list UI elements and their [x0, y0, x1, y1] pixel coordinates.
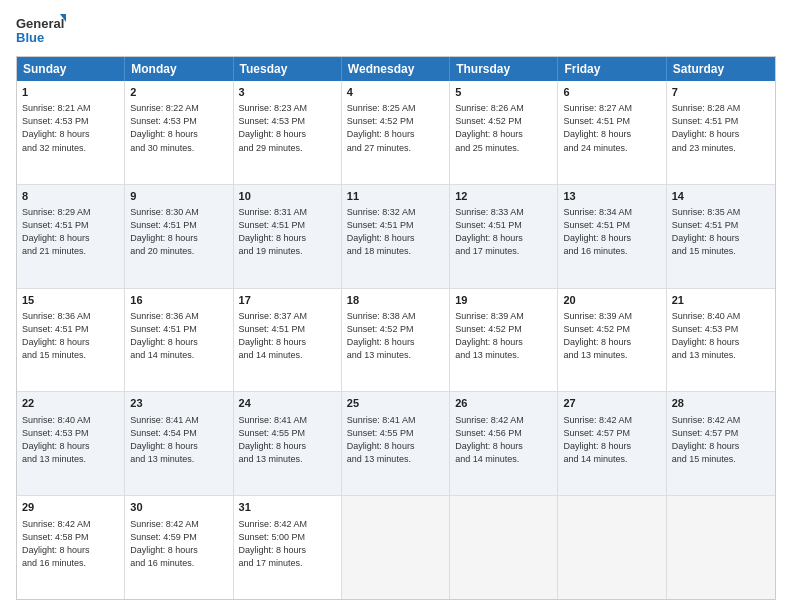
cell-info-line: and 13 minutes. [347, 349, 444, 362]
cell-info-line: Sunset: 4:59 PM [130, 531, 227, 544]
header-day-sunday: Sunday [17, 57, 125, 81]
day-cell-19: 19Sunrise: 8:39 AMSunset: 4:52 PMDayligh… [450, 289, 558, 392]
cell-info-line: Daylight: 8 hours [672, 232, 770, 245]
cell-info-line: Sunset: 4:53 PM [239, 115, 336, 128]
day-cell-28: 28Sunrise: 8:42 AMSunset: 4:57 PMDayligh… [667, 392, 775, 495]
cell-info-line: Sunrise: 8:42 AM [130, 518, 227, 531]
day-number: 25 [347, 396, 444, 411]
calendar-header: SundayMondayTuesdayWednesdayThursdayFrid… [17, 57, 775, 81]
cell-info-line: Sunrise: 8:23 AM [239, 102, 336, 115]
day-cell-3: 3Sunrise: 8:23 AMSunset: 4:53 PMDaylight… [234, 81, 342, 184]
cell-info-line: Sunrise: 8:39 AM [563, 310, 660, 323]
day-cell-18: 18Sunrise: 8:38 AMSunset: 4:52 PMDayligh… [342, 289, 450, 392]
day-cell-29: 29Sunrise: 8:42 AMSunset: 4:58 PMDayligh… [17, 496, 125, 599]
cell-info-line: and 13 minutes. [239, 453, 336, 466]
cell-info-line: Daylight: 8 hours [22, 128, 119, 141]
cell-info-line: Daylight: 8 hours [239, 232, 336, 245]
day-number: 31 [239, 500, 336, 515]
day-cell-21: 21Sunrise: 8:40 AMSunset: 4:53 PMDayligh… [667, 289, 775, 392]
day-cell-9: 9Sunrise: 8:30 AMSunset: 4:51 PMDaylight… [125, 185, 233, 288]
cell-info-line: and 27 minutes. [347, 142, 444, 155]
cell-info-line: Daylight: 8 hours [347, 440, 444, 453]
cell-info-line: Sunrise: 8:39 AM [455, 310, 552, 323]
header-day-friday: Friday [558, 57, 666, 81]
svg-text:Blue: Blue [16, 30, 44, 45]
cell-info-line: Sunset: 4:51 PM [130, 219, 227, 232]
day-number: 6 [563, 85, 660, 100]
cell-info-line: Sunrise: 8:30 AM [130, 206, 227, 219]
cell-info-line: Sunrise: 8:40 AM [672, 310, 770, 323]
cell-info-line: and 29 minutes. [239, 142, 336, 155]
cell-info-line: and 15 minutes. [22, 349, 119, 362]
cell-info-line: Daylight: 8 hours [672, 128, 770, 141]
cell-info-line: Daylight: 8 hours [347, 128, 444, 141]
cell-info-line: Sunrise: 8:34 AM [563, 206, 660, 219]
cell-info-line: Daylight: 8 hours [455, 232, 552, 245]
cell-info-line: Sunrise: 8:41 AM [347, 414, 444, 427]
day-number: 22 [22, 396, 119, 411]
cell-info-line: and 19 minutes. [239, 245, 336, 258]
day-number: 28 [672, 396, 770, 411]
cell-info-line: Daylight: 8 hours [455, 128, 552, 141]
day-number: 9 [130, 189, 227, 204]
cell-info-line: Daylight: 8 hours [347, 232, 444, 245]
day-cell-14: 14Sunrise: 8:35 AMSunset: 4:51 PMDayligh… [667, 185, 775, 288]
day-cell-8: 8Sunrise: 8:29 AMSunset: 4:51 PMDaylight… [17, 185, 125, 288]
cell-info-line: Daylight: 8 hours [130, 544, 227, 557]
day-cell-7: 7Sunrise: 8:28 AMSunset: 4:51 PMDaylight… [667, 81, 775, 184]
cell-info-line: Daylight: 8 hours [455, 440, 552, 453]
day-cell-1: 1Sunrise: 8:21 AMSunset: 4:53 PMDaylight… [17, 81, 125, 184]
day-cell-27: 27Sunrise: 8:42 AMSunset: 4:57 PMDayligh… [558, 392, 666, 495]
cell-info-line: Daylight: 8 hours [130, 440, 227, 453]
cell-info-line: Sunset: 4:51 PM [22, 323, 119, 336]
cell-info-line: Daylight: 8 hours [563, 440, 660, 453]
cell-info-line: and 30 minutes. [130, 142, 227, 155]
day-number: 8 [22, 189, 119, 204]
cell-info-line: Sunset: 4:51 PM [455, 219, 552, 232]
cell-info-line: Sunset: 4:52 PM [455, 115, 552, 128]
cell-info-line: and 20 minutes. [130, 245, 227, 258]
cell-info-line: and 13 minutes. [455, 349, 552, 362]
cell-info-line: Sunrise: 8:40 AM [22, 414, 119, 427]
cell-info-line: Sunrise: 8:29 AM [22, 206, 119, 219]
cell-info-line: Sunset: 4:52 PM [563, 323, 660, 336]
cell-info-line: Sunrise: 8:21 AM [22, 102, 119, 115]
cell-info-line: Daylight: 8 hours [672, 336, 770, 349]
cell-info-line: Daylight: 8 hours [22, 232, 119, 245]
cell-info-line: Sunset: 4:52 PM [347, 323, 444, 336]
cell-info-line: Sunrise: 8:42 AM [239, 518, 336, 531]
cell-info-line: and 14 minutes. [239, 349, 336, 362]
cell-info-line: and 17 minutes. [239, 557, 336, 570]
cell-info-line: Daylight: 8 hours [239, 336, 336, 349]
cell-info-line: Sunset: 4:51 PM [563, 115, 660, 128]
calendar-row-1: 1Sunrise: 8:21 AMSunset: 4:53 PMDaylight… [17, 81, 775, 184]
cell-info-line: Daylight: 8 hours [563, 232, 660, 245]
header-day-wednesday: Wednesday [342, 57, 450, 81]
cell-info-line: Sunrise: 8:42 AM [672, 414, 770, 427]
cell-info-line: Sunrise: 8:26 AM [455, 102, 552, 115]
calendar-row-2: 8Sunrise: 8:29 AMSunset: 4:51 PMDaylight… [17, 184, 775, 288]
cell-info-line: and 13 minutes. [347, 453, 444, 466]
day-cell-20: 20Sunrise: 8:39 AMSunset: 4:52 PMDayligh… [558, 289, 666, 392]
day-number: 13 [563, 189, 660, 204]
cell-info-line: Sunset: 4:57 PM [672, 427, 770, 440]
page: General Blue SundayMondayTuesdayWednesda… [0, 0, 792, 612]
cell-info-line: Sunset: 4:51 PM [239, 323, 336, 336]
cell-info-line: and 14 minutes. [455, 453, 552, 466]
day-number: 5 [455, 85, 552, 100]
calendar-body: 1Sunrise: 8:21 AMSunset: 4:53 PMDaylight… [17, 81, 775, 599]
header-day-tuesday: Tuesday [234, 57, 342, 81]
cell-info-line: Sunset: 4:51 PM [239, 219, 336, 232]
day-cell-31: 31Sunrise: 8:42 AMSunset: 5:00 PMDayligh… [234, 496, 342, 599]
cell-info-line: Sunrise: 8:22 AM [130, 102, 227, 115]
cell-info-line: Sunset: 4:53 PM [672, 323, 770, 336]
cell-info-line: and 15 minutes. [672, 245, 770, 258]
cell-info-line: Sunset: 4:51 PM [22, 219, 119, 232]
cell-info-line: Sunrise: 8:25 AM [347, 102, 444, 115]
cell-info-line: and 17 minutes. [455, 245, 552, 258]
cell-info-line: Daylight: 8 hours [563, 336, 660, 349]
cell-info-line: Sunset: 4:58 PM [22, 531, 119, 544]
cell-info-line: Sunset: 4:56 PM [455, 427, 552, 440]
cell-info-line: and 13 minutes. [130, 453, 227, 466]
calendar: SundayMondayTuesdayWednesdayThursdayFrid… [16, 56, 776, 600]
